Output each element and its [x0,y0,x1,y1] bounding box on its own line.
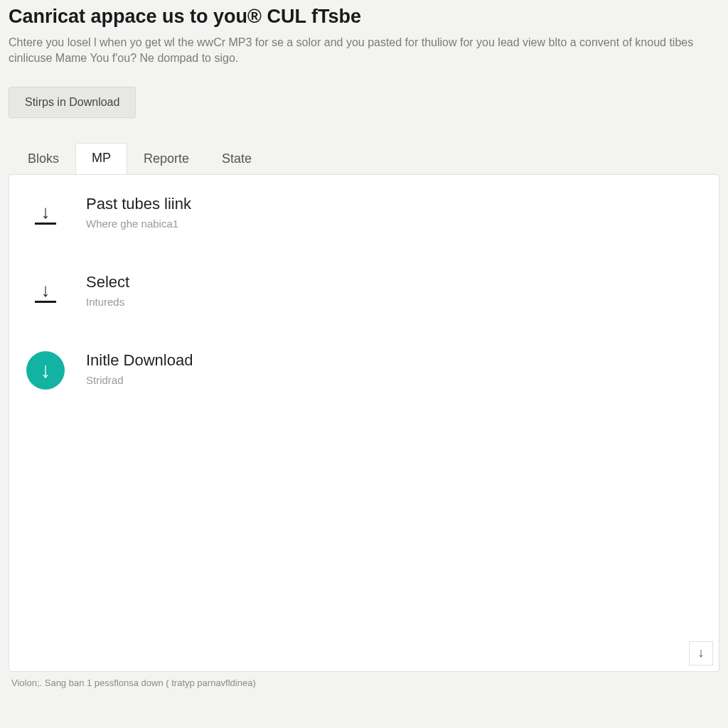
tab-bar: Bloks MP Reporte State [9,142,719,174]
step-3-body: Initle Download Stridrad [86,351,193,386]
step-2-title: Select [86,273,129,291]
tab-panel: ↓ Past tubes liink Where ghe nabica1 ↓ S… [9,174,719,672]
tab-bloks[interactable]: Bloks [11,144,75,175]
scroll-down-button[interactable]: ↓ [689,641,713,665]
download-circle-icon: ↓ [26,351,65,390]
arrow-down-icon: ↓ [698,646,705,660]
step-3-sub: Stridrad [86,374,193,386]
step-2: ↓ Select Intureds [26,273,699,311]
step-1-sub: Where ghe nabica1 [86,218,191,230]
footer-text: Violon;. Sang ban 1 pessflonsa down ( tr… [9,672,719,688]
step-1-title: Past tubes liink [86,195,191,213]
step-2-body: Select Intureds [86,273,129,308]
step-1: ↓ Past tubes liink Where ghe nabica1 [26,195,699,233]
page-root: Canricat appace us to you® CUL fTsbe Cht… [0,0,728,688]
step-3: ↓ Initle Download Stridrad [26,351,699,390]
steps-download-button[interactable]: Stirps in Download [9,87,136,118]
tab-state[interactable]: State [205,144,268,175]
tab-mp[interactable]: MP [75,143,127,175]
step-2-sub: Intureds [86,296,129,308]
step-1-body: Past tubes liink Where ghe nabica1 [86,195,191,230]
step-3-title: Initle Download [86,351,193,370]
download-icon: ↓ [26,195,65,233]
tab-reporte[interactable]: Reporte [127,144,205,175]
page-subtitle: Chtere you losel l when yo get wl the ww… [9,35,705,67]
download-icon: ↓ [26,273,65,311]
page-title: Canricat appace us to you® CUL fTsbe [9,6,719,28]
